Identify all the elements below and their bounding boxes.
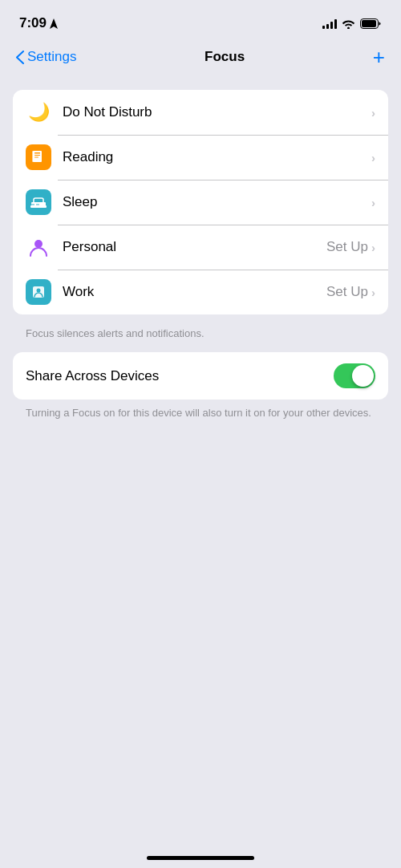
work-label: Work [63, 284, 326, 300]
personal-icon [26, 234, 51, 260]
do-not-disturb-icon: 🌙 [26, 99, 51, 125]
personal-setup-label: Set Up [326, 239, 368, 255]
back-button[interactable]: Settings [16, 49, 76, 65]
svg-rect-6 [32, 151, 34, 162]
back-label: Settings [27, 49, 76, 65]
chevron-icon: › [371, 286, 375, 299]
svg-rect-3 [34, 152, 40, 154]
focus-item-do-not-disturb[interactable]: 🌙 Do Not Disturb › [13, 90, 388, 135]
reading-label: Reading [63, 149, 371, 165]
focus-list: 🌙 Do Not Disturb › Reading › [13, 90, 388, 314]
chevron-left-icon [16, 51, 24, 64]
svg-point-13 [34, 240, 43, 248]
share-label: Share Across Devices [26, 368, 159, 384]
share-toggle[interactable] [334, 363, 375, 388]
work-setup-label: Set Up [326, 284, 368, 300]
location-icon [50, 18, 58, 29]
svg-rect-12 [30, 205, 47, 208]
svg-rect-1 [362, 20, 376, 27]
status-icons [322, 18, 382, 29]
reading-icon [26, 144, 51, 170]
signal-icon [322, 18, 337, 29]
focus-item-sleep[interactable]: Sleep › [13, 180, 388, 225]
sleep-label: Sleep [63, 194, 371, 210]
status-bar: 7:09 [0, 0, 401, 40]
work-icon [26, 279, 51, 305]
nav-bar: Settings Focus + [0, 40, 401, 77]
chevron-icon: › [371, 106, 375, 120]
svg-point-15 [37, 289, 41, 293]
focus-item-personal[interactable]: Personal Set Up › [13, 225, 388, 270]
svg-rect-4 [34, 155, 40, 156]
time-display: 7:09 [19, 15, 47, 31]
page-title: Focus [205, 49, 245, 65]
battery-icon [360, 18, 382, 29]
status-time: 7:09 [19, 15, 58, 31]
do-not-disturb-label: Do Not Disturb [63, 104, 371, 120]
focus-item-reading[interactable]: Reading › [13, 135, 388, 180]
main-content: 🌙 Do Not Disturb › Reading › [0, 77, 401, 436]
home-indicator [147, 856, 254, 860]
add-button[interactable]: + [373, 47, 385, 67]
svg-rect-5 [34, 157, 38, 158]
chevron-icon: › [371, 196, 375, 209]
wifi-icon [342, 18, 355, 29]
share-footer-note: Turning a Focus on for this device will … [13, 406, 388, 436]
personal-label: Personal [63, 239, 326, 255]
chevron-icon: › [371, 151, 375, 164]
focus-item-work[interactable]: Work Set Up › [13, 270, 388, 314]
share-across-devices-card: Share Across Devices [13, 352, 388, 400]
focus-footer-note: Focus silences alerts and notifications. [13, 321, 388, 352]
toggle-thumb [352, 365, 374, 387]
sleep-icon [26, 189, 51, 215]
chevron-icon: › [371, 241, 375, 254]
